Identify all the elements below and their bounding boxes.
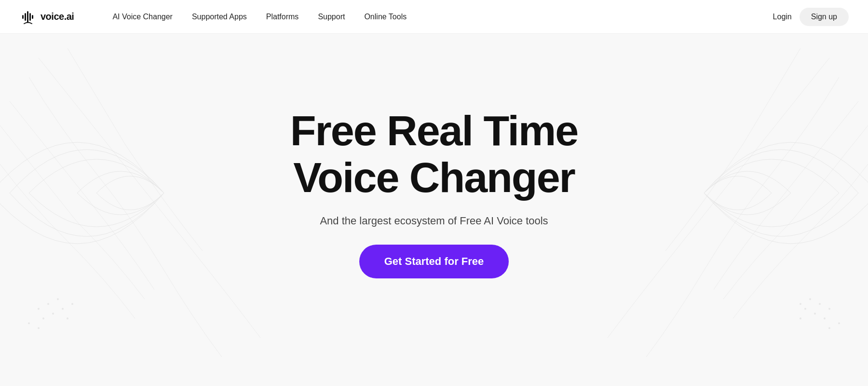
svg-rect-0 <box>22 15 24 19</box>
logo-text: voice.ai <box>41 11 74 22</box>
svg-point-14 <box>67 317 68 319</box>
svg-point-12 <box>38 327 40 329</box>
wave-left-bg <box>0 29 328 357</box>
svg-point-17 <box>809 298 811 300</box>
svg-point-8 <box>42 317 44 319</box>
svg-rect-4 <box>32 15 33 19</box>
navbar: voice.ai AI Voice Changer Supported Apps… <box>0 0 868 34</box>
nav-link-ai-voice-changer[interactable]: AI Voice Changer <box>112 13 173 21</box>
svg-point-5 <box>38 308 40 310</box>
svg-point-19 <box>814 313 816 315</box>
nav-link-supported-apps[interactable]: Supported Apps <box>192 13 247 21</box>
svg-point-20 <box>804 308 806 310</box>
svg-point-6 <box>47 303 49 305</box>
svg-rect-3 <box>29 13 31 21</box>
logo-icon <box>19 8 37 26</box>
logo[interactable]: voice.ai <box>19 8 74 26</box>
nav-left: voice.ai AI Voice Changer Supported Apps… <box>19 8 407 26</box>
svg-point-18 <box>824 317 826 319</box>
hero-title-line1: Free Real Time <box>290 107 578 154</box>
svg-point-15 <box>828 308 830 310</box>
wave-right-bg <box>540 29 868 357</box>
svg-point-7 <box>57 298 59 300</box>
nav-link-platforms[interactable]: Platforms <box>266 13 299 21</box>
nav-links: AI Voice Changer Supported Apps Platform… <box>112 13 407 21</box>
nav-right: Login Sign up <box>773 8 849 26</box>
svg-point-9 <box>52 313 54 315</box>
svg-point-13 <box>71 303 73 305</box>
svg-point-16 <box>819 303 821 305</box>
signup-button[interactable]: Sign up <box>800 8 849 26</box>
nav-link-online-tools[interactable]: Online Tools <box>364 13 407 21</box>
svg-point-11 <box>28 322 30 324</box>
svg-point-24 <box>800 317 801 319</box>
svg-point-23 <box>800 303 801 305</box>
svg-point-22 <box>828 327 830 329</box>
svg-rect-1 <box>25 13 26 21</box>
svg-point-21 <box>838 322 840 324</box>
nav-link-support[interactable]: Support <box>318 13 345 21</box>
hero-title-line2: Voice Changer <box>293 153 575 201</box>
svg-point-10 <box>62 308 64 310</box>
hero-subtitle: And the largest ecosystem of Free AI Voi… <box>320 215 548 227</box>
svg-rect-2 <box>27 11 28 23</box>
hero-section: Free Real Time Voice Changer And the lar… <box>0 0 868 386</box>
login-button[interactable]: Login <box>773 13 792 21</box>
hero-content: Free Real Time Voice Changer And the lar… <box>290 108 578 278</box>
cta-button[interactable]: Get Started for Free <box>359 245 509 278</box>
hero-title: Free Real Time Voice Changer <box>290 108 578 201</box>
